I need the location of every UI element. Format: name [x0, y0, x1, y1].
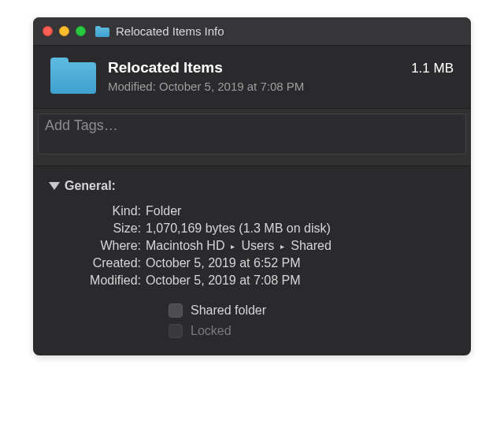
path-part: Shared — [291, 239, 332, 253]
where-label: Where: — [50, 239, 141, 253]
titlebar[interactable]: Relocated Items Info — [33, 17, 471, 46]
window-title: Relocated Items Info — [116, 24, 224, 38]
general-section: General: Kind: Folder Size: 1,070,169 by… — [33, 166, 471, 355]
locked-row: Locked — [169, 324, 454, 338]
minimize-icon[interactable] — [59, 26, 69, 36]
path-separator-icon: ▸ — [277, 242, 287, 251]
size-label: Size: — [50, 221, 141, 236]
where-value: Macintosh HD ▸ Users ▸ Shared — [146, 239, 454, 253]
shared-folder-row[interactable]: Shared folder — [169, 303, 454, 318]
close-icon[interactable] — [43, 26, 53, 36]
modified-value: October 5, 2019 at 7:08 PM — [146, 273, 454, 288]
zoom-icon[interactable] — [76, 26, 86, 36]
path-separator-icon: ▸ — [228, 242, 238, 251]
checkbox-icon[interactable] — [169, 303, 183, 318]
kind-label: Kind: — [50, 204, 141, 218]
general-disclosure[interactable]: General: — [50, 179, 454, 193]
info-header: Relocated Items 1.1 MB Modified: October… — [33, 46, 471, 109]
chevron-down-icon — [49, 182, 60, 190]
general-label: General: — [65, 179, 116, 193]
general-properties: Kind: Folder Size: 1,070,169 bytes (1.3 … — [50, 204, 454, 288]
tags-section — [33, 109, 471, 166]
path-part: Users — [241, 239, 274, 253]
created-value: October 5, 2019 at 6:52 PM — [146, 256, 454, 270]
path-part: Macintosh HD — [146, 239, 224, 253]
item-size: 1.1 MB — [411, 61, 454, 76]
traffic-lights — [43, 26, 86, 36]
item-modified: Modified: October 5, 2019 at 7:08 PM — [108, 80, 454, 93]
kind-value: Folder — [146, 204, 454, 218]
shared-folder-label: Shared folder — [191, 303, 266, 318]
created-label: Created: — [50, 256, 141, 270]
tags-input[interactable] — [38, 113, 466, 154]
modified-label: Modified: — [50, 273, 141, 288]
size-value: 1,070,169 bytes (1.3 MB on disk) — [146, 221, 454, 236]
checkbox-icon — [169, 324, 183, 338]
header-text: Relocated Items 1.1 MB Modified: October… — [108, 59, 454, 93]
folder-icon — [95, 26, 109, 37]
folder-icon — [50, 58, 96, 94]
info-window: Relocated Items Info Relocated Items 1.1… — [33, 17, 471, 355]
item-name: Relocated Items — [108, 59, 223, 76]
locked-label: Locked — [191, 324, 232, 338]
